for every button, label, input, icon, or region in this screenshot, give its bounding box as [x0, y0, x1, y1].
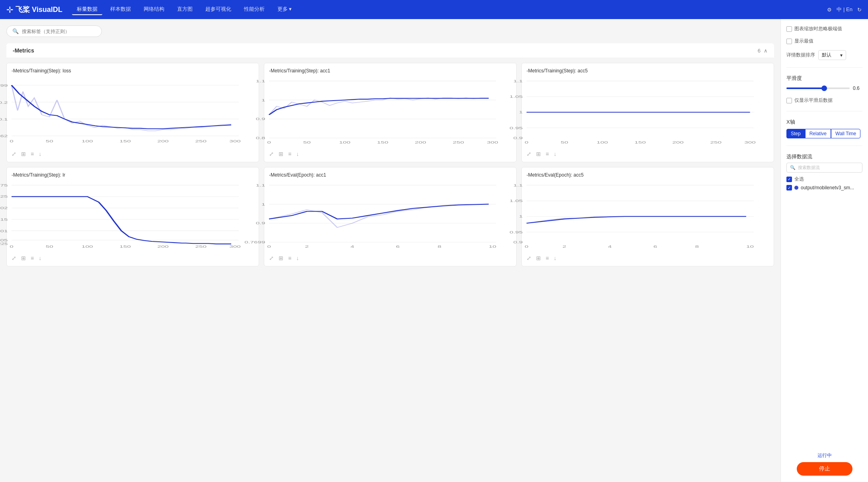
sort-row: 详情数据排序 默认 ▾ — [786, 50, 862, 60]
content-area: 🔍 -Metrics 6 ∧ -Metrics/Training(Step): … — [0, 19, 780, 482]
divider1 — [786, 67, 862, 68]
chart-settings-icon3[interactable]: ≡ — [546, 151, 549, 157]
chart-acc5-train: -Metrics/Training(Step): acc5 1.1 1.05 1… — [521, 63, 774, 162]
xaxis-walltime-btn[interactable]: Wall Time — [831, 129, 860, 138]
stream-search[interactable]: 🔍 搜索数据流 — [786, 163, 862, 173]
charts-grid: -Metrics/Training(Step): loss 0.2899 0.2… — [6, 63, 774, 266]
chart-acc1-eval-footer: ⤢ ⊞ ≡ ↓ — [269, 255, 511, 261]
xaxis-section: X轴 Step Relative Wall Time — [786, 119, 862, 138]
chart-layout-icon3[interactable]: ⊞ — [536, 151, 541, 157]
show-max-checkbox-box[interactable] — [786, 39, 792, 44]
ignore-extremes-checkbox-box[interactable] — [786, 26, 792, 32]
chart-expand-icon6[interactable]: ⤢ — [527, 255, 531, 261]
chart-download-icon[interactable]: ↓ — [39, 151, 41, 157]
chart-download-icon5[interactable]: ↓ — [296, 255, 299, 261]
search-bar[interactable]: 🔍 — [6, 25, 102, 37]
select-all-checkbox[interactable]: ✓ 全选 — [786, 176, 862, 183]
nav-item-scalar[interactable]: 标量数据 — [72, 4, 102, 15]
nav-refresh-icon[interactable]: ↻ — [857, 7, 862, 13]
nav-item-sample[interactable]: 样本数据 — [105, 4, 136, 15]
chart-download-icon3[interactable]: ↓ — [554, 151, 556, 157]
stop-button[interactable]: 停止 — [797, 462, 852, 476]
svg-text:300: 300 — [229, 244, 241, 249]
chart-layout-icon6[interactable]: ⊞ — [536, 255, 541, 261]
chart-expand-icon2[interactable]: ⤢ — [269, 151, 274, 157]
nav-item-network[interactable]: 网络结构 — [139, 4, 169, 15]
svg-text:0.9: 0.9 — [256, 221, 265, 225]
svg-text:50: 50 — [46, 244, 53, 249]
chart-acc1-train-svg: 1.1 1 0.9 0.8 0 50 100 150 200 250 300 — [269, 77, 511, 144]
slider-thumb[interactable] — [821, 86, 827, 91]
chart-loss-svg: 0.2899 0.2 0.1 0.002562 0 50 100 150 200… — [12, 77, 254, 144]
collapse-icon[interactable]: ∧ — [764, 48, 768, 54]
chart-settings-icon4[interactable]: ≡ — [31, 255, 34, 261]
svg-text:1.1: 1.1 — [256, 183, 265, 187]
smooth-section: 平滑度 0.6 — [786, 75, 862, 91]
svg-text:4: 4 — [351, 244, 355, 249]
svg-text:100: 100 — [339, 140, 351, 144]
show-smooth-only-checkbox[interactable]: 仅显示平滑后数据 — [786, 97, 862, 104]
navbar: ⊹ 飞桨 VisualDL 标量数据 样本数据 网络结构 直方图 超参可视化 性… — [0, 0, 868, 19]
ignore-extremes-checkbox[interactable]: 图表缩放时忽略极端值 — [786, 25, 862, 32]
chart-acc5-train-area: 1.1 1.05 1 0.95 0.9 0 50 100 150 200 250… — [527, 77, 769, 148]
svg-text:0.8: 0.8 — [256, 136, 265, 140]
chart-expand-icon4[interactable]: ⤢ — [12, 255, 16, 261]
chart-settings-icon[interactable]: ≡ — [31, 151, 34, 157]
show-max-checkbox[interactable]: 显示最值 — [786, 38, 862, 45]
svg-text:1.1: 1.1 — [513, 79, 523, 83]
stream-item-checkbox[interactable]: ✓ — [786, 185, 792, 190]
nav-item-more[interactable]: 更多 ▾ — [273, 4, 297, 15]
chart-layout-icon2[interactable]: ⊞ — [279, 151, 283, 157]
stream-item-label: output/mobilenetv3_sm... — [801, 185, 854, 190]
chart-settings-icon5[interactable]: ≡ — [288, 255, 291, 261]
stream-dot-icon — [794, 186, 798, 190]
app-title: 飞桨 VisualDL — [16, 5, 62, 14]
chart-expand-icon[interactable]: ⤢ — [12, 151, 16, 157]
chart-settings-icon6[interactable]: ≡ — [546, 255, 549, 261]
section-title: -Metrics — [13, 47, 34, 54]
chart-loss-footer: ⤢ ⊞ ≡ ↓ — [12, 151, 254, 157]
show-smooth-only-box[interactable] — [786, 98, 792, 103]
svg-text:0: 0 — [267, 244, 271, 249]
chart-acc1-eval-svg: 1.1 1 0.9 0.7699 0 2 4 6 8 10 — [269, 181, 511, 249]
nav-item-performance[interactable]: 性能分析 — [239, 4, 269, 15]
chart-download-icon2[interactable]: ↓ — [296, 151, 299, 157]
select-all-box[interactable]: ✓ — [786, 177, 792, 182]
svg-text:100: 100 — [597, 140, 608, 144]
chart-download-icon6[interactable]: ↓ — [554, 255, 556, 261]
nav-item-histogram[interactable]: 直方图 — [172, 4, 197, 15]
chart-acc5-eval-area: 1.1 1.05 1 0.95 0.9 0 2 4 6 8 10 — [527, 181, 769, 253]
chart-lr-footer: ⤢ ⊞ ≡ ↓ — [12, 255, 254, 261]
search-input[interactable] — [22, 29, 96, 34]
svg-text:200: 200 — [157, 139, 169, 143]
svg-text:6: 6 — [396, 244, 400, 249]
svg-text:0.95: 0.95 — [509, 126, 523, 130]
search-icon: 🔍 — [12, 28, 19, 34]
nav-item-hyperparams[interactable]: 超参可视化 — [201, 4, 236, 15]
sort-select[interactable]: 默认 ▾ — [818, 50, 846, 60]
chart-lr: -Metrics/Training(Step): lr 0.0275 0.025… — [6, 167, 259, 266]
running-badge: 运行中 — [817, 452, 832, 459]
svg-text:1.05: 1.05 — [509, 198, 523, 203]
chart-layout-icon[interactable]: ⊞ — [21, 151, 26, 157]
nav-items: 标量数据 样本数据 网络结构 直方图 超参可视化 性能分析 更多 ▾ — [72, 4, 818, 15]
nav-settings-icon[interactable]: ⚙ — [827, 7, 832, 13]
chart-settings-icon2[interactable]: ≡ — [288, 151, 291, 157]
xaxis-step-btn[interactable]: Step — [786, 129, 805, 138]
smooth-slider[interactable] — [786, 85, 850, 91]
svg-text:150: 150 — [119, 139, 131, 143]
svg-text:0.015: 0.015 — [0, 217, 8, 222]
chart-download-icon4[interactable]: ↓ — [39, 255, 41, 261]
select-all-label: 全选 — [794, 176, 804, 183]
right-sidebar: 图表缩放时忽略极端值 显示最值 详情数据排序 默认 ▾ 平滑度 — [780, 19, 868, 482]
chart-acc1-eval-title: -Metrics/Eval(Epoch): acc1 — [269, 172, 511, 178]
nav-lang[interactable]: 中 | En — [837, 6, 852, 13]
svg-text:0.7699: 0.7699 — [244, 240, 265, 244]
chart-expand-icon3[interactable]: ⤢ — [527, 151, 531, 157]
svg-text:4: 4 — [608, 244, 612, 249]
chart-layout-icon5[interactable]: ⊞ — [279, 255, 283, 261]
chart-expand-icon5[interactable]: ⤢ — [269, 255, 274, 261]
chart-layout-icon4[interactable]: ⊞ — [21, 255, 26, 261]
svg-text:300: 300 — [744, 140, 756, 144]
xaxis-relative-btn[interactable]: Relative — [805, 129, 831, 138]
